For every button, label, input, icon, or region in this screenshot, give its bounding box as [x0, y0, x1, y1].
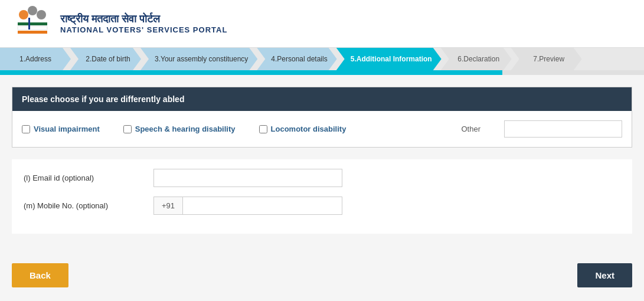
locomotor-label: Locomotor disability [271, 125, 346, 133]
speech-hearing-checkbox[interactable] [123, 125, 132, 133]
footer-buttons: Back Next [0, 257, 644, 299]
form-section: (l) Email id (optional) (m) Mobile No. (… [12, 159, 632, 234]
locomotor-option[interactable]: Locomotor disability [259, 125, 346, 133]
step-1-label: 1.Address [19, 55, 51, 63]
svg-point-2 [37, 10, 46, 19]
disability-header: Please choose if you are differently abl… [12, 87, 632, 111]
svg-point-0 [19, 10, 28, 19]
locomotor-checkbox[interactable] [259, 125, 267, 133]
phone-row: +91 [153, 197, 342, 215]
speech-hearing-option[interactable]: Speech & hearing disability [123, 125, 236, 133]
step-4-personal[interactable]: 4.Personal details [257, 48, 336, 70]
svg-rect-4 [18, 27, 47, 30]
progress-container [0, 70, 644, 75]
header: राष्ट्रीय मतदाता सेवा पोर्टल NATIONAL VO… [0, 0, 644, 48]
step-6-label: 6.Declaration [457, 55, 499, 63]
other-label: Other [461, 125, 480, 133]
logo-area: राष्ट्रीय मतदाता सेवा पोर्टल NATIONAL VO… [12, 6, 227, 41]
email-row: (l) Email id (optional) [24, 169, 620, 187]
svg-rect-3 [18, 22, 47, 25]
progress-fill [0, 70, 502, 75]
back-button[interactable]: Back [12, 263, 68, 287]
step-2-label: 2.Date of birth [86, 55, 130, 63]
visual-impairment-label: Visual impairment [34, 125, 100, 133]
step-3-label: 3.Your assembly constituency [155, 55, 248, 63]
portal-hindi-text: राष्ट्रीय मतदाता सेवा पोर्टल [60, 13, 227, 25]
step-2-dob[interactable]: 2.Date of birth [70, 48, 141, 70]
disability-options: Visual impairment Speech & hearing disab… [12, 111, 632, 147]
step-4-label: 4.Personal details [271, 55, 327, 63]
step-5-label: 5.Additional Information [351, 55, 432, 63]
svg-rect-5 [18, 31, 47, 34]
step-5-additional[interactable]: 5.Additional Information [336, 48, 442, 70]
step-1-address[interactable]: 1.Address [0, 48, 71, 70]
step-7-label: 7.Preview [533, 55, 564, 63]
disability-section: Please choose if you are differently abl… [12, 87, 632, 148]
mobile-label: (m) Mobile No. (optional) [24, 201, 153, 210]
svg-rect-6 [28, 18, 30, 30]
mobile-row: (m) Mobile No. (optional) +91 [24, 197, 620, 215]
portal-text: राष्ट्रीय मतदाता सेवा पोर्टल NATIONAL VO… [60, 13, 227, 34]
visual-impairment-checkbox[interactable] [22, 125, 30, 133]
next-button[interactable]: Next [577, 263, 632, 287]
email-input[interactable] [153, 169, 342, 187]
logo-icon [12, 6, 53, 41]
step-6-declaration[interactable]: 6.Declaration [441, 48, 512, 70]
email-label: (l) Email id (optional) [24, 174, 153, 182]
other-input[interactable] [504, 120, 622, 138]
portal-english-text: NATIONAL VOTERS' SERVICES PORTAL [60, 25, 227, 34]
mobile-input[interactable] [183, 197, 342, 215]
step-7-preview[interactable]: 7.Preview [511, 48, 582, 70]
step-3-constituency[interactable]: 3.Your assembly constituency [140, 48, 257, 70]
visual-impairment-option[interactable]: Visual impairment [22, 125, 100, 133]
svg-point-1 [28, 6, 37, 15]
country-code: +91 [153, 197, 183, 215]
steps-bar: 1.Address 2.Date of birth 3.Your assembl… [0, 48, 644, 70]
speech-hearing-label: Speech & hearing disability [135, 125, 236, 133]
main-content: Please choose if you are differently abl… [0, 75, 644, 257]
